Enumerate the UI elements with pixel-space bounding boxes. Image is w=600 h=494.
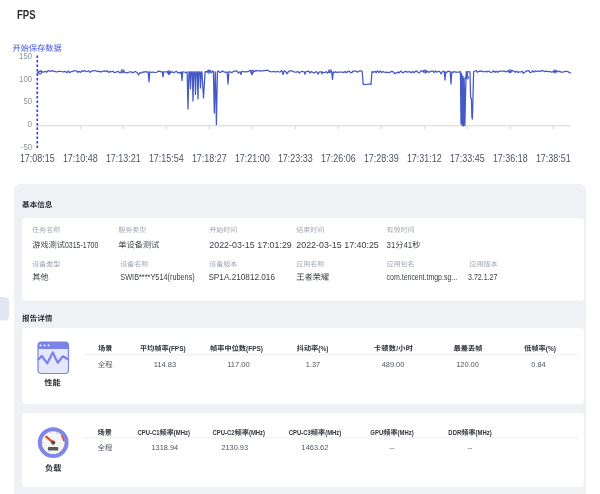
svg-text:com.tencent.tmgp.sg...: com.tencent.tmgp.sg... [387, 273, 458, 282]
svg-text:(MHz): (MHz) [174, 428, 191, 437]
svg-text:(MHz): (MHz) [476, 428, 493, 437]
svg-text:17:36:18: 17:36:18 [493, 153, 528, 164]
svg-text:--: -- [390, 443, 395, 452]
svg-text:150: 150 [19, 51, 32, 61]
svg-text:17:28:39: 17:28:39 [364, 153, 399, 164]
svg-text:CPU-C3: CPU-C3 [289, 428, 311, 437]
svg-text:489.00: 489.00 [382, 360, 405, 369]
svg-text:(%): (%) [546, 344, 557, 353]
svg-text:17:26:06: 17:26:06 [321, 153, 356, 164]
svg-text:17:08:15: 17:08:15 [20, 153, 55, 164]
svg-text:17:10:48: 17:10:48 [63, 153, 98, 164]
svg-text:17:31:12: 17:31:12 [407, 153, 442, 164]
svg-text:/: / [396, 344, 398, 353]
svg-text:17:15:54: 17:15:54 [149, 153, 184, 164]
svg-text:--: -- [468, 443, 473, 452]
svg-text:CPU-C2: CPU-C2 [213, 428, 235, 437]
svg-text:17:23:33: 17:23:33 [278, 153, 313, 164]
svg-text:50: 50 [23, 96, 32, 106]
svg-text:41: 41 [403, 241, 412, 250]
svg-text:1.37: 1.37 [306, 360, 320, 369]
svg-text:114.83: 114.83 [154, 360, 177, 369]
svg-text:(FPS): (FPS) [169, 344, 186, 353]
svg-text:0.84: 0.84 [531, 360, 545, 369]
svg-text:(FPS): (FPS) [246, 344, 263, 353]
svg-text:1318.94: 1318.94 [152, 443, 179, 452]
svg-text:FPS: FPS [17, 8, 36, 22]
svg-text:SWIB****Y514(rubens): SWIB****Y514(rubens) [120, 273, 195, 282]
svg-text:2130.93: 2130.93 [221, 443, 248, 452]
svg-text:(MHz): (MHz) [398, 428, 415, 437]
svg-text:120.00: 120.00 [456, 360, 479, 369]
svg-text:3.72.1.27: 3.72.1.27 [468, 273, 498, 282]
svg-text:(MHz): (MHz) [249, 428, 266, 437]
svg-text:0: 0 [28, 119, 32, 129]
svg-text:(MHz): (MHz) [325, 428, 342, 437]
svg-text:17:33:45: 17:33:45 [450, 153, 485, 164]
svg-text:17:18:27: 17:18:27 [192, 153, 227, 164]
svg-text:2022-03-15 17:01:29: 2022-03-15 17:01:29 [209, 241, 292, 250]
svg-text:SP1A.210812.016: SP1A.210812.016 [208, 273, 275, 282]
svg-text:17:38:51: 17:38:51 [536, 153, 571, 164]
svg-text:2022-03-15 17:40:25: 2022-03-15 17:40:25 [296, 241, 379, 250]
svg-text:31: 31 [387, 241, 396, 250]
svg-text:17:21:00: 17:21:00 [235, 153, 270, 164]
svg-text:-50: -50 [21, 142, 32, 152]
svg-text:100: 100 [19, 74, 32, 84]
svg-text:0315-1700: 0315-1700 [65, 241, 99, 250]
svg-text:DDR: DDR [448, 428, 461, 437]
svg-text:GPU: GPU [370, 428, 383, 437]
svg-text:CPU-C1: CPU-C1 [137, 428, 159, 437]
svg-text:117.00: 117.00 [227, 360, 250, 369]
svg-text:17:13:21: 17:13:21 [106, 153, 141, 164]
svg-text:1463.62: 1463.62 [302, 443, 329, 452]
svg-text:(%): (%) [318, 344, 329, 353]
